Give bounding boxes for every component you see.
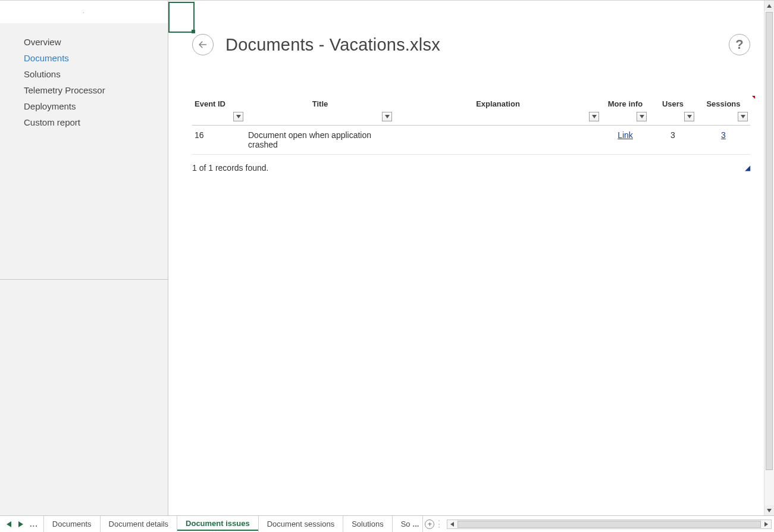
more-info-link[interactable]: Link — [618, 130, 633, 140]
main-row: . Overview Documents Solutions Telemetry… — [0, 0, 774, 515]
svg-marker-3 — [592, 115, 597, 118]
cell-fill-handle[interactable] — [192, 30, 195, 33]
chevron-up-icon — [767, 4, 772, 8]
cell-explanation — [394, 126, 601, 155]
col-more-info: More info — [601, 97, 649, 111]
vertical-scrollbar[interactable] — [764, 1, 774, 515]
svg-marker-1 — [236, 115, 241, 118]
sidebar-item-solutions[interactable]: Solutions — [0, 66, 168, 82]
svg-marker-8 — [767, 509, 772, 512]
chevron-down-icon — [767, 509, 772, 512]
col-title: Title — [246, 97, 394, 111]
sidebar-header-text: . — [0, 8, 168, 14]
table-resize-handle-icon[interactable]: ◢ — [745, 164, 750, 172]
tab-truncated[interactable]: So ... — [392, 516, 424, 532]
filter-explanation[interactable] — [589, 112, 599, 121]
cell-event-id: 16 — [192, 126, 246, 155]
col-users: Users — [649, 97, 697, 111]
svg-marker-6 — [741, 115, 745, 118]
table-header-row: Event ID Title Explanation More info Use… — [192, 97, 750, 111]
tab-bar-separator: ⋮ — [436, 516, 442, 532]
svg-marker-7 — [767, 4, 772, 8]
triangle-left-icon — [450, 522, 454, 527]
filter-more-info[interactable] — [637, 112, 647, 121]
col-event-id: Event ID — [192, 97, 246, 111]
svg-marker-11 — [450, 522, 454, 527]
sidebar-item-overview[interactable]: Overview — [0, 34, 168, 50]
issues-table: Event ID Title Explanation More info Use… — [192, 97, 750, 155]
col-explanation: Explanation — [394, 97, 601, 111]
tab-overflow-indicator: ... — [413, 520, 419, 528]
vertical-scroll-track[interactable] — [764, 11, 774, 505]
sidebar-item-custom-report[interactable]: Custom report — [0, 114, 168, 130]
issues-table-wrap: Event ID Title Explanation More info Use… — [192, 97, 750, 155]
scroll-up-button[interactable] — [764, 1, 774, 11]
comment-indicator-icon — [752, 96, 755, 99]
sheet-nav: ... — [0, 516, 44, 532]
filter-title[interactable] — [382, 112, 392, 121]
tab-document-sessions[interactable]: Document sessions — [258, 516, 343, 532]
hscroll-right-button[interactable] — [762, 520, 771, 528]
sheet-nav-prev[interactable] — [5, 520, 13, 528]
cell-title: Document open when application crashed — [246, 126, 394, 155]
plus-circle-icon: + — [425, 520, 434, 529]
content-area: Documents - Vacations.xlsx ? Event ID Ti… — [168, 1, 774, 515]
sidebar-item-telemetry-processor[interactable]: Telemetry Processor — [0, 82, 168, 98]
filter-sessions[interactable] — [738, 112, 748, 121]
sidebar-nav: Overview Documents Solutions Telemetry P… — [0, 23, 168, 270]
question-mark-icon: ? — [735, 37, 743, 52]
col-sessions: Sessions — [697, 97, 750, 111]
svg-marker-9 — [7, 521, 11, 527]
tab-solutions[interactable]: Solutions — [343, 516, 392, 532]
svg-marker-4 — [640, 115, 644, 118]
filter-event-id[interactable] — [233, 112, 243, 121]
tab-documents[interactable]: Documents — [43, 516, 101, 532]
horizontal-scrollbar[interactable] — [447, 520, 772, 529]
sidebar-header: . — [0, 1, 168, 23]
sidebar-lower-panel — [0, 279, 168, 515]
filter-row — [192, 111, 750, 126]
sheet-tabs: Documents Document details Document issu… — [44, 516, 424, 532]
col-sessions-label: Sessions — [706, 99, 740, 108]
horizontal-scroll-thumb[interactable] — [457, 521, 761, 528]
triangle-right-icon — [18, 521, 23, 527]
sheet-nav-next[interactable] — [17, 520, 25, 528]
table-row: 16 Document open when application crashe… — [192, 126, 750, 155]
sidebar: . Overview Documents Solutions Telemetry… — [0, 1, 168, 515]
records-status-row: 1 of 1 records found. ◢ — [192, 163, 750, 173]
tab-document-issues[interactable]: Document issues — [177, 516, 259, 532]
sidebar-item-documents[interactable]: Documents — [0, 50, 168, 66]
help-button[interactable]: ? — [729, 34, 750, 55]
records-status-text: 1 of 1 records found. — [192, 163, 268, 173]
horizontal-scroll-area — [442, 516, 774, 532]
sheet-tab-bar: ... Documents Document details Document … — [0, 515, 774, 532]
page-header: Documents - Vacations.xlsx ? — [168, 1, 774, 55]
back-button[interactable] — [192, 34, 214, 55]
svg-marker-10 — [18, 521, 23, 527]
sessions-link[interactable]: 3 — [721, 130, 726, 140]
svg-marker-12 — [764, 522, 768, 527]
triangle-left-icon — [7, 521, 11, 527]
triangle-right-icon — [764, 522, 768, 527]
arrow-left-icon — [198, 39, 208, 50]
tab-truncated-label: So — [401, 520, 410, 528]
app-root: . Overview Documents Solutions Telemetry… — [0, 0, 774, 532]
cell-selection-indicator — [168, 2, 195, 33]
sidebar-item-deployments[interactable]: Deployments — [0, 98, 168, 114]
sheet-nav-more[interactable]: ... — [29, 520, 39, 528]
hscroll-left-button[interactable] — [447, 520, 457, 528]
svg-marker-2 — [385, 115, 390, 118]
cell-users: 3 — [649, 126, 697, 155]
tab-document-details[interactable]: Document details — [100, 516, 177, 532]
vertical-scroll-thumb[interactable] — [766, 12, 773, 470]
filter-users[interactable] — [684, 112, 694, 121]
svg-marker-5 — [687, 115, 692, 118]
scroll-down-button[interactable] — [764, 505, 774, 515]
page-title: Documents - Vacations.xlsx — [225, 35, 729, 55]
